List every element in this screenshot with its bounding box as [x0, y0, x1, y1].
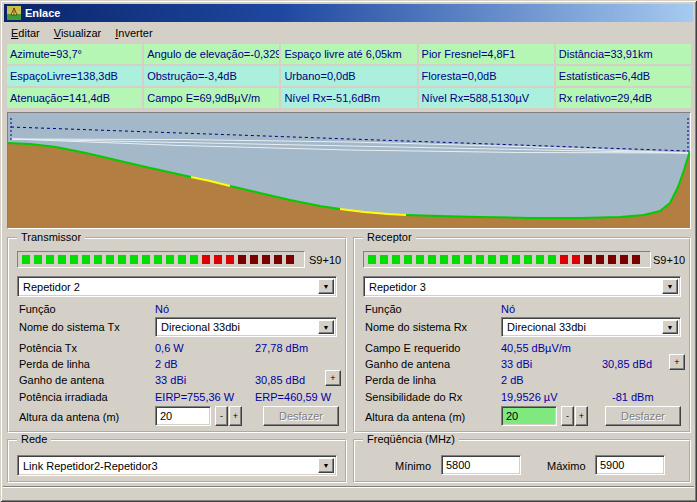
- tx-height-increase-button[interactable]: +: [229, 406, 242, 426]
- signal-dash: [620, 255, 628, 264]
- menu-inverter[interactable]: Inverter: [108, 25, 159, 41]
- signal-dash: [118, 255, 126, 264]
- signal-dash: [428, 255, 436, 264]
- app-icon: [7, 6, 21, 20]
- signal-dash: [154, 255, 162, 264]
- signal-dash: [560, 255, 568, 264]
- menu-editar[interactable]: Editar: [4, 25, 47, 41]
- signal-dash: [440, 255, 448, 264]
- info-cell: EspaçoLivre=138,3dB: [7, 66, 142, 86]
- signal-dash: [452, 255, 460, 264]
- info-cell: Estatísticas=6,4dB: [556, 66, 691, 86]
- signal-dash: [392, 255, 400, 264]
- network-value: Link Repetidor2-Repetidor3: [23, 460, 158, 472]
- signal-dash: [380, 255, 388, 264]
- tx-antenna-gain-dbi: 33 dBi: [155, 374, 186, 386]
- rx-required-field-label: Campo E requerido: [365, 342, 460, 354]
- signal-dash: [512, 255, 520, 264]
- signal-dash: [202, 255, 210, 264]
- info-cell: Obstrução=-3,4dB: [144, 66, 279, 86]
- info-cell: Azimute=93,7°: [7, 44, 142, 64]
- rx-system-select[interactable]: Direcional 33dbi ▼: [501, 317, 681, 337]
- tx-antenna-height-label: Altura da antena (m): [19, 411, 119, 423]
- rx-unit-value: Repetidor 3: [369, 281, 426, 293]
- signal-dash: [548, 255, 556, 264]
- tx-system-select[interactable]: Direcional 33dbi ▼: [155, 317, 337, 337]
- title-bar[interactable]: Enlace: [4, 4, 693, 22]
- signal-dash: [262, 255, 270, 264]
- receiver-group-label: Receptor: [363, 231, 416, 243]
- info-cell: Nível Rx=588,5130µV: [419, 88, 554, 108]
- rx-antenna-gain-label: Ganho de antena: [365, 358, 450, 370]
- tx-system-dropdown-icon[interactable]: ▼: [318, 320, 334, 334]
- signal-dash: [500, 255, 508, 264]
- info-cell: Urbano=0,0dB: [281, 66, 416, 86]
- tx-line-loss-value: 2 dB: [155, 358, 178, 370]
- signal-dash: [22, 255, 30, 264]
- signal-dash: [476, 255, 484, 264]
- frequency-min-label: Mínimo: [395, 460, 431, 472]
- receiver-group: Receptor S9+10 Repetidor 3 ▼ Função Nó N…: [353, 237, 691, 433]
- signal-dash: [82, 255, 90, 264]
- rx-sensitivity-uv: 19,9526 µV: [501, 391, 558, 403]
- info-cell: Nível Rx=-51,6dBm: [281, 88, 416, 108]
- signal-dash: [178, 255, 186, 264]
- tx-line-loss-label: Perda de linha: [19, 358, 90, 370]
- rx-height-increase-button[interactable]: +: [575, 406, 588, 426]
- menu-bar: Editar Visualizar Inverter: [4, 23, 693, 42]
- profile-plot: [8, 113, 690, 228]
- window-title: Enlace: [25, 7, 60, 19]
- tx-antenna-gain-dbd: 30,85 dBd: [255, 374, 305, 386]
- menu-visualizar[interactable]: Visualizar: [47, 25, 109, 41]
- signal-dash: [488, 255, 496, 264]
- tx-role-label: Função: [19, 303, 56, 315]
- signal-dash: [58, 255, 66, 264]
- frequency-min-input[interactable]: [441, 455, 521, 475]
- tx-erp-value: ERP=460,59 W: [255, 391, 331, 403]
- info-cell: Rx relativo=29,4dB: [556, 88, 691, 108]
- signal-dash: [572, 255, 580, 264]
- signal-dash: [142, 255, 150, 264]
- info-cell: Espaço livre até 6,05km: [281, 44, 416, 64]
- rx-height-decrease-button[interactable]: -: [561, 406, 574, 426]
- signal-dash: [106, 255, 114, 264]
- info-cell: Floresta=0,0dB: [419, 66, 554, 86]
- signal-dash: [166, 255, 174, 264]
- rx-unit-select[interactable]: Repetidor 3 ▼: [363, 276, 681, 297]
- frequency-group-label: Freqüência (MHz): [363, 433, 459, 445]
- tx-unit-value: Repetidor 2: [23, 281, 80, 293]
- signal-dash: [214, 255, 222, 264]
- rx-antenna-height-input[interactable]: [501, 406, 557, 426]
- info-cell: Atenuação=141,4dB: [7, 88, 142, 108]
- tx-power-label: Potência Tx: [19, 342, 77, 354]
- signal-dash: [464, 255, 472, 264]
- signal-dash: [286, 255, 294, 264]
- signal-dash: [250, 255, 258, 264]
- rx-system-value: Direcional 33dbi: [507, 321, 586, 333]
- network-select[interactable]: Link Repetidor2-Repetidor3 ▼: [17, 455, 337, 476]
- tx-undo-button[interactable]: Desfazer: [263, 406, 339, 426]
- tx-system-label: Nome do sistema Tx: [19, 321, 120, 333]
- tx-unit-select[interactable]: Repetidor 2 ▼: [17, 276, 337, 297]
- tx-antenna-height-input[interactable]: [155, 406, 211, 426]
- rx-role-label: Função: [365, 303, 402, 315]
- signal-dash: [274, 255, 282, 264]
- rx-antenna-detail-button[interactable]: +: [669, 354, 685, 370]
- rx-undo-button[interactable]: Desfazer: [605, 406, 681, 426]
- network-group: Rede Link Repetidor2-Repetidor3 ▼: [7, 439, 347, 483]
- transmitter-group: Transmissor S9+10 Repetidor 2 ▼ Função N…: [7, 237, 347, 433]
- rx-antenna-gain-dbi: 33 dBi: [501, 358, 532, 370]
- rx-system-dropdown-icon[interactable]: ▼: [662, 320, 678, 334]
- terrain-profile-chart: [7, 112, 691, 229]
- info-cell: Distância=33,91km: [556, 44, 691, 64]
- tx-unit-dropdown-icon[interactable]: ▼: [318, 279, 334, 294]
- tx-antenna-detail-button[interactable]: +: [325, 370, 341, 386]
- rx-unit-dropdown-icon[interactable]: ▼: [662, 279, 678, 294]
- tx-height-decrease-button[interactable]: -: [215, 406, 228, 426]
- network-dropdown-icon[interactable]: ▼: [318, 458, 334, 473]
- frequency-max-input[interactable]: [595, 455, 665, 475]
- signal-dash: [94, 255, 102, 264]
- signal-dash: [416, 255, 424, 264]
- rx-role-value: Nó: [501, 303, 515, 315]
- frequency-group: Freqüência (MHz) Mínimo Máximo: [353, 439, 691, 483]
